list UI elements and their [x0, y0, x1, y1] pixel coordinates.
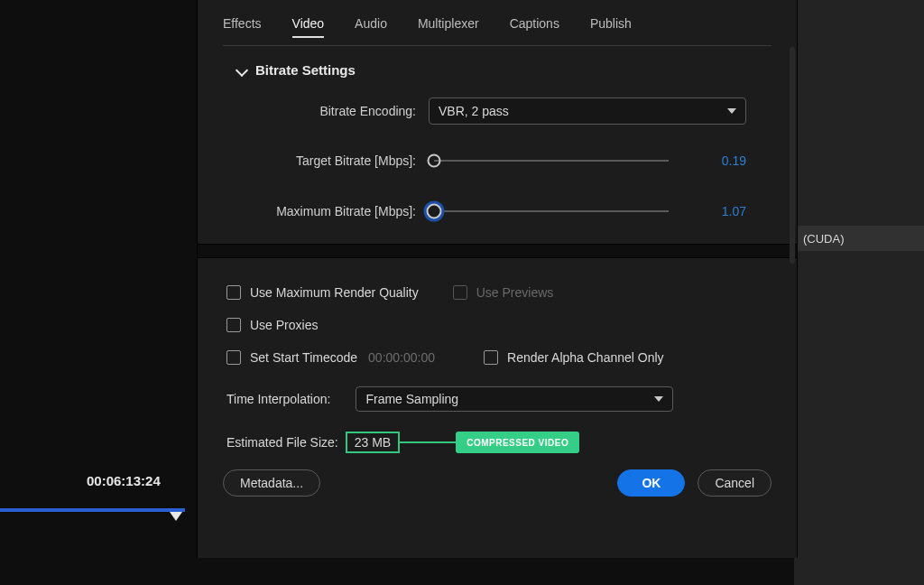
tab-video[interactable]: Video — [292, 16, 325, 38]
use-max-render-label: Use Maximum Render Quality — [250, 285, 419, 300]
slider-thumb[interactable] — [428, 154, 441, 168]
target-bitrate-label: Target Bitrate [Mbps]: — [223, 153, 429, 168]
time-interpolation-value: Frame Sampling — [365, 392, 458, 406]
use-max-render-checkbox[interactable] — [226, 285, 241, 300]
chevron-down-icon — [236, 63, 248, 76]
bitrate-encoding-select[interactable]: VBR, 2 pass — [429, 98, 746, 125]
timeline-playhead-icon[interactable] — [170, 512, 182, 521]
use-proxies-checkbox[interactable] — [226, 318, 241, 332]
panel-divider — [198, 244, 797, 258]
annotation-connector — [400, 441, 456, 443]
slider-thumb[interactable] — [427, 204, 442, 219]
target-bitrate-value[interactable]: 0.19 — [692, 153, 746, 168]
tab-captions[interactable]: Captions — [510, 16, 559, 38]
bitrate-encoding-value: VBR, 2 pass — [439, 104, 509, 118]
export-settings-dialog: Effects Video Audio Multiplexer Captions… — [197, 0, 798, 558]
render-alpha-label: Render Alpha Channel Only — [507, 350, 664, 365]
cuda-label: (CUDA) — [803, 232, 845, 246]
ok-button[interactable]: OK — [617, 469, 685, 497]
chevron-down-icon — [727, 108, 736, 114]
use-previews-checkbox — [453, 285, 467, 300]
estimated-size-label: Estimated File Size: — [226, 435, 338, 450]
time-interpolation-select[interactable]: Frame Sampling — [356, 386, 673, 412]
time-interpolation-label: Time Interpolation: — [226, 392, 330, 406]
bitrate-section-title: Bitrate Settings — [255, 62, 356, 78]
max-bitrate-value[interactable]: 1.07 — [692, 204, 746, 218]
bitrate-section-header[interactable]: Bitrate Settings — [198, 46, 797, 90]
tab-audio[interactable]: Audio — [355, 16, 387, 38]
tab-multiplexer[interactable]: Multiplexer — [418, 16, 479, 38]
cuda-row: (CUDA) — [794, 226, 924, 251]
tab-effects[interactable]: Effects — [223, 16, 262, 38]
max-bitrate-label: Maximum Bitrate [Mbps]: — [223, 204, 429, 218]
start-timecode-value[interactable]: 00:00:00:00 — [368, 350, 435, 365]
timeline-track[interactable] — [0, 508, 185, 512]
background-right-panel — [794, 0, 924, 585]
chevron-down-icon — [654, 396, 663, 402]
use-proxies-label: Use Proxies — [250, 318, 318, 332]
estimated-size-value: 23 MB — [346, 432, 400, 453]
timeline-fragment: 00:06:13:24 — [0, 432, 185, 522]
cancel-button[interactable]: Cancel — [698, 469, 772, 497]
target-bitrate-slider[interactable] — [434, 160, 669, 162]
tab-bar: Effects Video Audio Multiplexer Captions… — [198, 0, 797, 45]
scrollbar[interactable] — [790, 47, 795, 264]
metadata-button[interactable]: Metadata... — [223, 469, 320, 497]
set-start-timecode-checkbox[interactable] — [226, 350, 241, 365]
annotation-badge: COMPRESSED VIDEO — [456, 432, 579, 453]
use-previews-label: Use Previews — [476, 285, 554, 300]
max-bitrate-slider[interactable] — [434, 210, 669, 212]
bitrate-encoding-label: Bitrate Encoding: — [223, 104, 429, 118]
render-alpha-checkbox[interactable] — [484, 350, 498, 365]
timeline-timecode: 00:06:13:24 — [87, 473, 161, 488]
tab-publish[interactable]: Publish — [590, 16, 632, 38]
set-start-timecode-label: Set Start Timecode — [250, 350, 357, 365]
